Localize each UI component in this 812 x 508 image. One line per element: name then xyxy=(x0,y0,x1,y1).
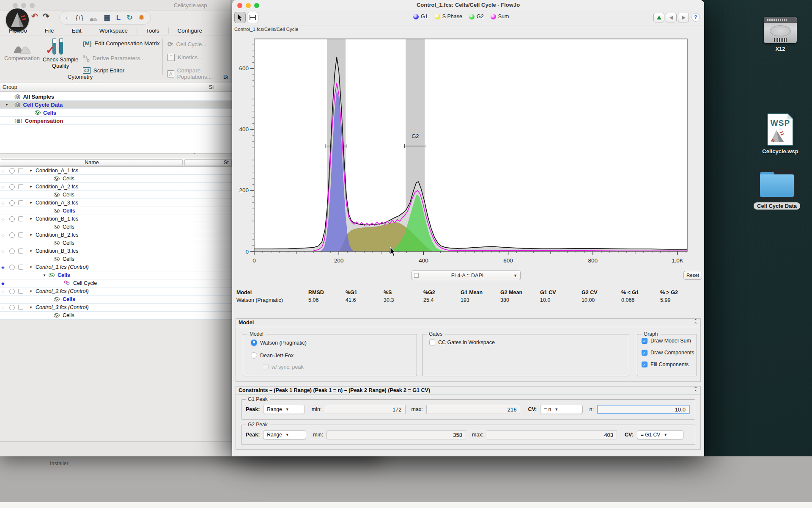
expander-icon[interactable]: ▼ xyxy=(29,217,33,221)
nav-forward-button[interactable] xyxy=(678,13,689,22)
refresh-icon[interactable]: ↻ xyxy=(126,11,132,25)
radio-dean-jett-fox[interactable]: Dean-Jett-Fox xyxy=(251,352,294,359)
g1-min-field[interactable]: 172 xyxy=(325,405,405,414)
redo-icon[interactable]: ↷ xyxy=(43,11,49,21)
column-header-statistic[interactable]: St xyxy=(184,159,232,166)
g2-min-field[interactable]: 358 xyxy=(326,430,466,439)
sample-row[interactable]: ◇▼Control_3.fcs (Control) xyxy=(0,304,232,312)
population-row[interactable]: ◇Cells xyxy=(0,239,232,247)
population-row[interactable]: ◇Cells xyxy=(0,312,232,320)
analysis-row[interactable]: ◆⟳⟲Cell Cycle xyxy=(0,279,232,287)
population-row[interactable]: ◇Cells xyxy=(0,207,232,215)
ribbon-kinetics[interactable]: ⌒ Kinetics... xyxy=(167,54,203,61)
sample-row[interactable]: ◇▼Condition_B_2.fcs xyxy=(0,231,232,239)
group-row[interactable]: {▦}Compensation xyxy=(0,117,232,125)
checkbox-cc-gates[interactable]: CC Gates in Workspace xyxy=(429,340,495,345)
checkbox-draw-components[interactable]: ✓ Draw Components xyxy=(642,350,694,356)
expander-icon[interactable]: ▼ xyxy=(29,265,33,269)
expander-icon[interactable]: ▼ xyxy=(29,233,33,237)
ribbon-script-editor[interactable]: c:\ Script Editor xyxy=(83,67,124,74)
menu-configure[interactable]: Configure xyxy=(169,28,211,34)
add-group-icon[interactable]: {+} xyxy=(76,11,83,25)
menu-file[interactable]: File xyxy=(36,28,63,34)
expander-icon[interactable]: ▼ xyxy=(29,169,33,173)
desktop-icon-wsp-file[interactable]: WSP Cellcycle.wsp xyxy=(749,113,812,155)
range-gate-tool-button[interactable] xyxy=(247,12,258,23)
nav-back-button[interactable] xyxy=(666,13,677,22)
checkbox-draw-model-sum[interactable]: ✓ Draw Model Sum xyxy=(642,338,691,344)
radio-icon[interactable] xyxy=(9,289,15,294)
radio-icon[interactable] xyxy=(9,305,15,310)
undo-icon[interactable]: ↶ xyxy=(31,11,38,21)
population-row[interactable]: ◇▼Cells xyxy=(0,271,232,279)
panel-splitter[interactable]: ⌃ xyxy=(0,153,232,158)
add-tube-icon[interactable]: ⍅ xyxy=(66,11,70,25)
row-checkbox[interactable] xyxy=(18,265,23,270)
ribbon-compare-populations[interactable]: ⋀ Compare Populations... xyxy=(167,67,232,80)
g2-peak-type-dropdown[interactable]: Range▼ xyxy=(263,430,306,439)
population-row[interactable]: ◇Cells xyxy=(0,223,232,231)
sample-row[interactable]: ◇▼Condition_A_2.fcs xyxy=(0,183,232,191)
cell-cycle-histogram[interactable]: G1G202004006008001.0K0200400600 xyxy=(236,36,692,266)
sample-row[interactable]: ◇▼Condition_B_1.fcs xyxy=(0,215,232,223)
g1-max-field[interactable]: 216 xyxy=(426,405,521,414)
collapse-chevron-icon[interactable]: ⌃⌃ xyxy=(694,319,697,326)
histogram-peaks-icon[interactable] xyxy=(89,14,98,21)
sample-row[interactable]: ◇▼Condition_A_3.fcs xyxy=(0,199,232,207)
radio-watson-pragmatic[interactable]: Watson (Pragmatic) xyxy=(251,340,307,346)
menu-workspace[interactable]: Workspace xyxy=(91,28,137,34)
group-row[interactable]: ▼{}Cell Cycle Data xyxy=(0,101,232,109)
population-row[interactable]: ◇Cells xyxy=(0,175,232,183)
ribbon-compensation[interactable]: Compensation xyxy=(3,39,41,61)
population-row[interactable]: ◇Cells xyxy=(0,255,232,263)
sample-row[interactable]: ◇▼Condition_A_1.fcs xyxy=(0,167,232,175)
population-row[interactable]: ◇Cells xyxy=(0,295,232,304)
row-checkbox[interactable] xyxy=(18,168,23,173)
layout-editor-icon[interactable]: L xyxy=(116,11,121,25)
table-icon[interactable]: ▦ xyxy=(104,11,110,25)
desktop-icon-folder[interactable]: Cell Cycle Data xyxy=(745,169,809,210)
ribbon-cell-cycle[interactable]: ⟳ Cell Cycle... xyxy=(167,40,206,48)
radio-icon[interactable] xyxy=(9,216,15,222)
x-axis-parameter-dropdown[interactable]: FL4-A :: DAPI ▼ xyxy=(411,271,521,280)
flowjo-logo-icon[interactable] xyxy=(6,8,29,31)
column-header-name[interactable]: Name xyxy=(1,159,183,166)
g1-peak-type-dropdown[interactable]: Range▼ xyxy=(263,405,304,414)
radio-icon[interactable] xyxy=(9,248,15,254)
checkbox-sync-peak[interactable]: w/ sync. peak xyxy=(263,364,304,370)
select-tool-button[interactable] xyxy=(234,12,246,23)
row-checkbox[interactable] xyxy=(18,248,23,254)
radio-icon[interactable] xyxy=(9,265,15,270)
reset-button[interactable]: Reset xyxy=(683,271,702,280)
g1-cv-mode-dropdown[interactable]: = n▼ xyxy=(540,405,582,414)
sample-row[interactable]: ◇▼Control_2.fcs (Control) xyxy=(0,287,232,295)
sample-row[interactable]: ◇▼Condition_B_3.fcs xyxy=(0,247,232,255)
expander-icon[interactable]: ▼ xyxy=(29,201,33,205)
nav-up-button[interactable] xyxy=(653,13,664,22)
desktop-icon-drive[interactable]: X12 xyxy=(749,17,812,52)
sample-row[interactable]: ◈▼Control_1.fcs (Control) xyxy=(0,263,232,271)
checkbox-fill-components[interactable]: ✓ Fill Components xyxy=(642,362,689,367)
ribbon-derive-parameters[interactable]: a/b Derive Parameters... xyxy=(83,54,145,63)
help-button[interactable]: ? xyxy=(691,13,700,22)
radio-icon[interactable] xyxy=(9,184,15,190)
expander-icon[interactable]: ▼ xyxy=(29,290,33,293)
radio-icon[interactable] xyxy=(9,168,15,174)
traffic-lights-inactive[interactable] xyxy=(13,3,35,8)
g2-max-field[interactable]: 403 xyxy=(487,430,617,439)
row-checkbox[interactable] xyxy=(18,200,23,205)
menu-edit[interactable]: Edit xyxy=(63,28,91,34)
row-checkbox[interactable] xyxy=(18,289,23,294)
collapse-chevron-icon[interactable]: ⌃⌃ xyxy=(694,387,697,394)
expander-icon[interactable]: ▼ xyxy=(29,306,33,309)
radio-icon[interactable] xyxy=(9,200,15,206)
expander-icon[interactable]: ▼ xyxy=(29,249,33,253)
expander-icon[interactable]: ▼ xyxy=(29,185,33,189)
expander-icon[interactable]: ▼ xyxy=(43,273,46,277)
row-checkbox[interactable] xyxy=(18,232,23,237)
population-row[interactable]: ◇Cells xyxy=(0,191,232,199)
g2-cv-mode-dropdown[interactable]: = G1 CV▼ xyxy=(637,430,683,439)
group-row[interactable]: {}All Samples xyxy=(0,93,232,101)
ribbon-edit-comp-matrix[interactable]: [M] Edit Compensation Matrix xyxy=(83,40,160,47)
menu-tools[interactable]: Tools xyxy=(137,28,169,34)
